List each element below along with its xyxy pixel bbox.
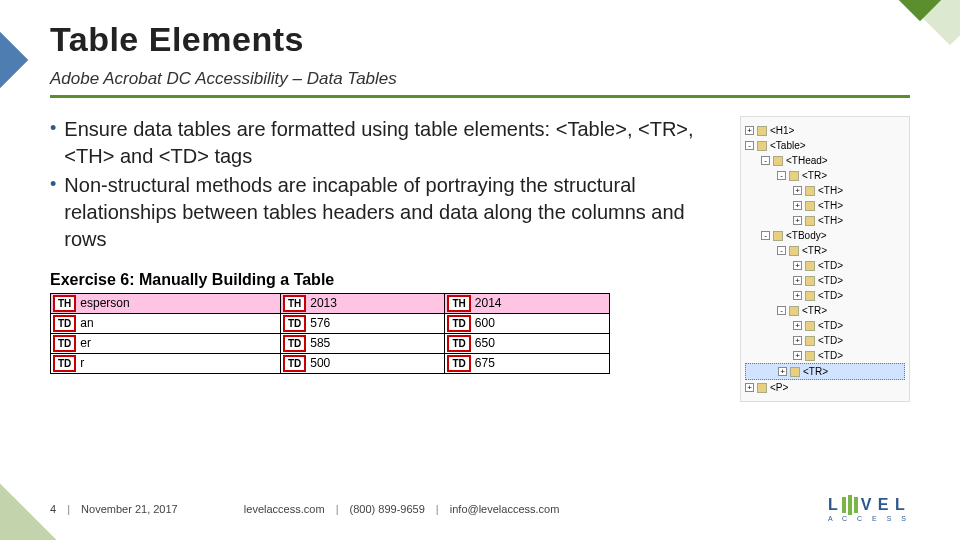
tree-toggle-icon[interactable]: + [793, 201, 802, 210]
tree-label: <TD> [818, 333, 843, 348]
tree-toggle-icon[interactable]: + [793, 216, 802, 225]
tree-item[interactable]: +<TR> [745, 363, 905, 380]
tag-icon [757, 126, 767, 136]
tag-icon [789, 171, 799, 181]
tag-icon [805, 186, 815, 196]
bullet-list: • Ensure data tables are formatted using… [50, 116, 720, 253]
table-cell: TD600 [445, 314, 610, 334]
tree-item[interactable]: +<TD> [745, 348, 905, 363]
tree-label: <THead> [786, 153, 828, 168]
tree-toggle-icon[interactable]: - [761, 156, 770, 165]
tree-label: <TD> [818, 273, 843, 288]
tree-toggle-icon[interactable]: + [793, 336, 802, 345]
tree-toggle-icon[interactable]: - [761, 231, 770, 240]
tree-toggle-icon[interactable]: + [793, 261, 802, 270]
table-cell: TD500 [280, 354, 445, 374]
tree-item[interactable]: +<TH> [745, 213, 905, 228]
tag-icon [805, 351, 815, 361]
td-tag-box: TD [53, 355, 76, 372]
tag-icon [805, 336, 815, 346]
tree-label: <TH> [818, 183, 843, 198]
tree-item[interactable]: -<THead> [745, 153, 905, 168]
exercise-title: Exercise 6: Manually Building a Table [50, 271, 720, 289]
tree-item[interactable]: +<TD> [745, 333, 905, 348]
tree-toggle-icon[interactable]: + [778, 367, 787, 376]
bullet-item: • Ensure data tables are formatted using… [50, 116, 720, 170]
tag-icon [790, 367, 800, 377]
tree-item[interactable]: +<TH> [745, 198, 905, 213]
table-cell: TDer [51, 334, 281, 354]
tag-icon [805, 291, 815, 301]
bullet-item: • Non-structural methods are incapable o… [50, 172, 720, 253]
tree-item[interactable]: +<TD> [745, 288, 905, 303]
logo-bars-icon [841, 495, 859, 515]
footer-date: November 21, 2017 [81, 503, 178, 515]
tag-icon [789, 246, 799, 256]
cell-text: 585 [306, 336, 330, 350]
slide: Table Elements Adobe Acrobat DC Accessib… [0, 0, 960, 540]
tree-toggle-icon[interactable]: - [745, 141, 754, 150]
tree-toggle-icon[interactable]: + [745, 126, 754, 135]
bullet-text: Non-structural methods are incapable of … [64, 172, 720, 253]
tree-item[interactable]: -<TR> [745, 303, 905, 318]
footer-site: levelaccess.com [244, 503, 325, 515]
logo-text-right: V E L [861, 496, 906, 514]
tree-item[interactable]: -<Table> [745, 138, 905, 153]
bullet-icon: • [50, 172, 56, 253]
th-tag-box: TH [447, 295, 470, 312]
page-number: 4 [50, 503, 56, 515]
tag-icon [805, 216, 815, 226]
tree-toggle-icon[interactable]: + [793, 351, 802, 360]
table-cell: TD585 [280, 334, 445, 354]
tag-icon [805, 276, 815, 286]
tree-item[interactable]: -<TR> [745, 243, 905, 258]
td-tag-box: TD [283, 315, 306, 332]
tree-item[interactable]: -<TR> [745, 168, 905, 183]
tree-toggle-icon[interactable]: - [777, 306, 786, 315]
tree-label: <H1> [770, 123, 794, 138]
tree-item[interactable]: +<TD> [745, 258, 905, 273]
td-tag-box: TD [53, 315, 76, 332]
tree-label: <TR> [802, 303, 827, 318]
cell-text: 2014 [471, 296, 502, 310]
tree-toggle-icon[interactable]: + [793, 276, 802, 285]
tree-toggle-icon[interactable]: - [777, 171, 786, 180]
footer-left: 4 | November 21, 2017 levelaccess.com | … [50, 503, 559, 515]
tree-toggle-icon[interactable]: + [793, 291, 802, 300]
tag-icon [789, 306, 799, 316]
cell-text: esperson [76, 296, 129, 310]
tag-icon [773, 231, 783, 241]
cell-text: 650 [471, 336, 495, 350]
table-cell: TDan [51, 314, 281, 334]
tree-item[interactable]: +<H1> [745, 123, 905, 138]
tree-label: <TR> [803, 364, 828, 379]
cell-text: 675 [471, 356, 495, 370]
tree-toggle-icon[interactable]: - [777, 246, 786, 255]
tree-item[interactable]: +<TD> [745, 318, 905, 333]
logo-subtext: A C C E S S [828, 515, 910, 522]
tree-label: <TBody> [786, 228, 827, 243]
footer: 4 | November 21, 2017 levelaccess.com | … [50, 495, 910, 522]
tree-label: <TR> [802, 243, 827, 258]
tree-label: <TR> [802, 168, 827, 183]
tag-icon [757, 383, 767, 393]
tree-toggle-icon[interactable]: + [745, 383, 754, 392]
td-tag-box: TD [53, 335, 76, 352]
tree-label: <TH> [818, 213, 843, 228]
tree-item[interactable]: +<TD> [745, 273, 905, 288]
footer-sep: | [67, 503, 70, 515]
td-tag-box: TD [283, 355, 306, 372]
tree-item[interactable]: +<P> [745, 380, 905, 395]
logo: L V E L A C C E S S [828, 495, 910, 522]
table-cell: TD675 [445, 354, 610, 374]
cell-text: 2013 [306, 296, 337, 310]
tree-item[interactable]: +<TH> [745, 183, 905, 198]
cell-text: 600 [471, 316, 495, 330]
cell-text: an [76, 316, 93, 330]
tree-toggle-icon[interactable]: + [793, 321, 802, 330]
table-cell: TDr [51, 354, 281, 374]
tree-item[interactable]: -<TBody> [745, 228, 905, 243]
tree-toggle-icon[interactable]: + [793, 186, 802, 195]
footer-sep: | [336, 503, 339, 515]
tag-tree: +<H1>-<Table>-<THead>-<TR>+<TH>+<TH>+<TH… [740, 116, 910, 402]
